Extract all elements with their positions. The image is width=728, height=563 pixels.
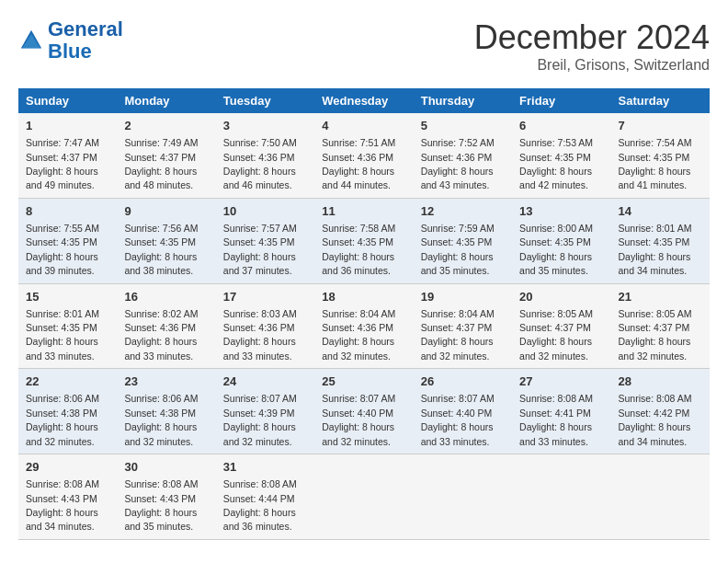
sunrise: Sunrise: 7:56 AM [124,223,198,234]
daylight: Daylight: 8 hours and 36 minutes. [223,507,296,532]
day-13: 13Sunrise: 8:00 AMSunset: 4:35 PMDayligh… [512,198,610,283]
sunset: Sunset: 4:43 PM [124,493,196,504]
sunset: Sunset: 4:35 PM [26,322,97,333]
daylight: Daylight: 8 hours and 32 minutes. [322,336,394,361]
col-friday: Friday [512,88,610,113]
day-3: 3Sunrise: 7:50 AMSunset: 4:36 PMDaylight… [216,113,314,198]
daylight: Daylight: 8 hours and 32 minutes. [26,421,98,446]
day-25: 25Sunrise: 8:07 AMSunset: 4:40 PMDayligh… [314,369,413,454]
daylight: Daylight: 8 hours and 32 minutes. [619,336,691,361]
sunrise: Sunrise: 8:08 AM [519,393,593,404]
sunrise: Sunrise: 7:52 AM [421,137,495,148]
sunrise: Sunrise: 8:07 AM [322,393,395,404]
logo-line2: Blue [48,40,123,63]
sunset: Sunset: 4:40 PM [322,408,393,419]
day-22: 22Sunrise: 8:06 AMSunset: 4:38 PMDayligh… [18,369,117,454]
day-28: 28Sunrise: 8:08 AMSunset: 4:42 PMDayligh… [611,369,710,454]
daylight: Daylight: 8 hours and 33 minutes. [223,336,296,361]
sunset: Sunset: 4:35 PM [519,152,591,163]
day-23: 23Sunrise: 8:06 AMSunset: 4:38 PMDayligh… [117,369,215,454]
sunrise: Sunrise: 7:53 AM [519,137,593,148]
sunset: Sunset: 4:41 PM [519,408,591,419]
logo-line1: General [48,17,123,40]
daylight: Daylight: 8 hours and 32 minutes. [322,421,394,446]
day-number: 6 [519,118,603,134]
empty-cell-4 [611,454,710,540]
sunrise: Sunrise: 8:08 AM [223,478,297,489]
day-number: 19 [421,289,505,305]
sunrise: Sunrise: 7:47 AM [26,137,99,148]
sunset: Sunset: 4:43 PM [26,493,97,504]
day-30: 30Sunrise: 8:08 AMSunset: 4:43 PMDayligh… [117,454,215,540]
sunrise: Sunrise: 7:59 AM [421,223,495,234]
col-tuesday: Tuesday [216,88,314,113]
daylight: Daylight: 8 hours and 33 minutes. [124,336,197,361]
daylight: Daylight: 8 hours and 34 minutes. [619,251,691,276]
day-11: 11Sunrise: 7:58 AMSunset: 4:35 PMDayligh… [314,198,413,283]
sunset: Sunset: 4:35 PM [322,236,393,247]
sunset: Sunset: 4:38 PM [26,408,97,419]
logo: General Blue [18,18,123,63]
day-9: 9Sunrise: 7:56 AMSunset: 4:35 PMDaylight… [117,198,215,283]
day-16: 16Sunrise: 8:02 AMSunset: 4:36 PMDayligh… [117,283,215,369]
sunrise: Sunrise: 8:08 AM [619,393,692,404]
sunset: Sunset: 4:35 PM [619,152,690,163]
sunrise: Sunrise: 8:04 AM [421,308,495,319]
sunset: Sunset: 4:37 PM [124,152,196,163]
logo-text: General Blue [48,18,123,63]
day-number: 2 [124,118,208,134]
daylight: Daylight: 8 hours and 33 minutes. [421,421,494,446]
day-number: 12 [421,203,505,220]
sunrise: Sunrise: 8:03 AM [223,308,297,319]
sunrise: Sunrise: 8:06 AM [124,393,198,404]
day-number: 23 [124,373,208,390]
daylight: Daylight: 8 hours and 48 minutes. [124,166,197,190]
week-row-2: 8Sunrise: 7:55 AMSunset: 4:35 PMDaylight… [18,198,710,283]
sunrise: Sunrise: 7:55 AM [26,223,99,234]
daylight: Daylight: 8 hours and 35 minutes. [421,251,494,276]
daylight: Daylight: 8 hours and 39 minutes. [26,251,98,276]
day-29: 29Sunrise: 8:08 AMSunset: 4:43 PMDayligh… [18,454,117,540]
sunrise: Sunrise: 7:57 AM [223,223,297,234]
daylight: Daylight: 8 hours and 32 minutes. [223,421,296,446]
sunset: Sunset: 4:35 PM [421,236,493,247]
day-6: 6Sunrise: 7:53 AMSunset: 4:35 PMDaylight… [512,113,610,198]
sunset: Sunset: 4:36 PM [223,152,295,163]
sunrise: Sunrise: 8:01 AM [26,308,99,319]
sunrise: Sunrise: 7:50 AM [223,137,297,148]
svg-marker-1 [22,34,40,48]
empty-cell-1 [314,454,413,540]
sunrise: Sunrise: 8:02 AM [124,308,198,319]
col-wednesday: Wednesday [314,88,413,113]
day-number: 7 [619,118,702,134]
daylight: Daylight: 8 hours and 42 minutes. [519,166,592,190]
daylight: Daylight: 8 hours and 35 minutes. [124,507,197,532]
day-number: 31 [223,459,307,476]
day-number: 13 [519,203,603,220]
day-number: 17 [223,289,307,305]
sunset: Sunset: 4:37 PM [519,322,591,333]
sunset: Sunset: 4:35 PM [124,236,196,247]
day-number: 3 [223,118,307,134]
daylight: Daylight: 8 hours and 33 minutes. [519,421,592,446]
title-area: December 2024 Breil, Grisons, Switzerlan… [474,18,710,74]
day-number: 21 [619,289,702,305]
sunset: Sunset: 4:37 PM [26,152,97,163]
day-number: 4 [322,118,405,134]
daylight: Daylight: 8 hours and 43 minutes. [421,166,494,190]
day-24: 24Sunrise: 8:07 AMSunset: 4:39 PMDayligh… [216,369,314,454]
day-15: 15Sunrise: 8:01 AMSunset: 4:35 PMDayligh… [18,283,117,369]
col-monday: Monday [117,88,215,113]
empty-cell-2 [414,454,512,540]
sunset: Sunset: 4:36 PM [421,152,493,163]
col-saturday: Saturday [611,88,710,113]
empty-cell-3 [512,454,610,540]
sunset: Sunset: 4:42 PM [619,408,690,419]
week-row-3: 15Sunrise: 8:01 AMSunset: 4:35 PMDayligh… [18,283,710,369]
day-number: 15 [26,289,109,305]
day-number: 24 [223,373,307,390]
daylight: Daylight: 8 hours and 34 minutes. [619,421,691,446]
sunrise: Sunrise: 8:01 AM [619,223,692,234]
day-27: 27Sunrise: 8:08 AMSunset: 4:41 PMDayligh… [512,369,610,454]
day-number: 5 [421,118,505,134]
